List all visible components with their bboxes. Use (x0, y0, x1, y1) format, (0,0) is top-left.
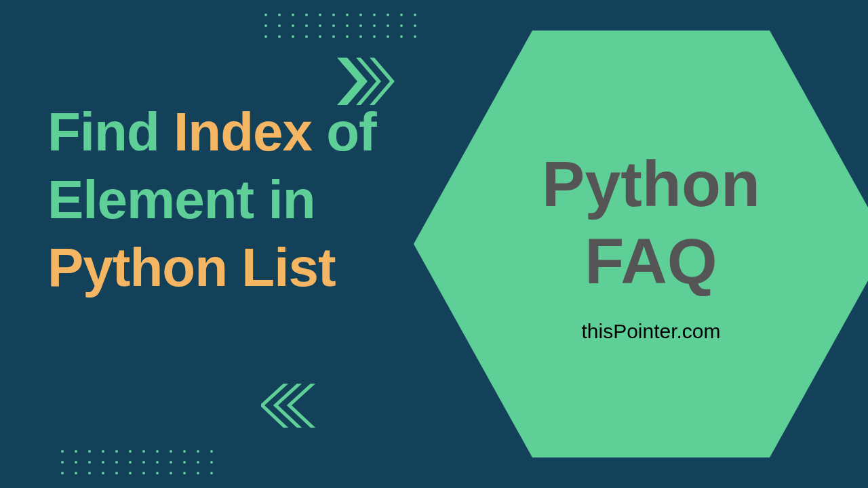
svg-marker-2 (371, 58, 393, 105)
title-segment-highlight: Index (174, 102, 312, 162)
arrow-forward-icon (337, 58, 398, 105)
decorative-dots-bottom (61, 450, 213, 474)
hexagon-title: Python FAQ (542, 145, 760, 300)
hexagon-panel: Python FAQ thisPointer.com (414, 30, 868, 458)
title-line3: Python List (47, 234, 376, 302)
main-title: Find Index of Element in Python List (47, 98, 376, 302)
title-segment: Find (47, 102, 174, 162)
decorative-dots-top (264, 14, 416, 38)
hex-title-line2: FAQ (542, 222, 760, 300)
arrow-back-icon (261, 384, 329, 430)
title-line2: Element in (47, 166, 376, 234)
hexagon-subtitle: thisPointer.com (581, 320, 720, 343)
title-segment: of (312, 102, 376, 162)
hex-title-line1: Python (542, 145, 760, 222)
